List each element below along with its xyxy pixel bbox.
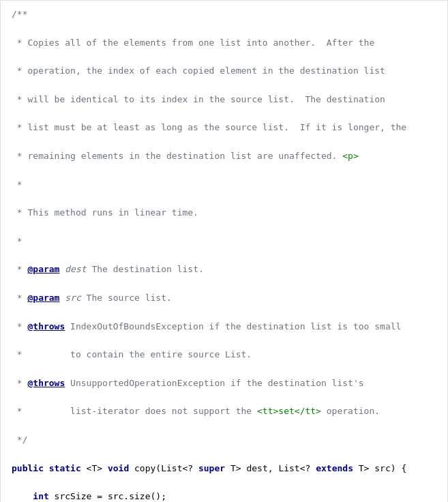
line-13: * to contain the entire source List. [12,348,436,362]
line-11: * @param src The source list. [12,291,436,306]
line-1: /** [12,8,436,22]
line-4: * will be identical to its index in the … [12,93,436,107]
line-14: * @throws UnsupportedOperationException … [12,376,436,391]
line-17: public static <T> void copy(List<? super… [12,462,436,476]
line-3: * operation, the index of each copied el… [12,64,436,78]
line-7: * [12,178,436,192]
line-8: * This method runs in linear time. [12,206,436,220]
line-15: * list-iterator does not support the <tt… [12,404,436,419]
code-block: /** * Copies all of the elements from on… [12,8,436,502]
line-6: * remaining elements in the destination … [12,149,436,164]
line-12: * @throws IndexOutOfBoundsException if t… [12,320,436,334]
line-16: */ [12,433,436,447]
line-9: * [12,235,436,249]
line-5: * list must be at least as long as the s… [12,121,436,135]
code-container: /** * Copies all of the elements from on… [0,0,448,502]
line-10: * @param dest The destination list. [12,263,436,277]
line-2: * Copies all of the elements from one li… [12,36,436,50]
line-18: int srcSize = src.size(); [12,490,436,502]
